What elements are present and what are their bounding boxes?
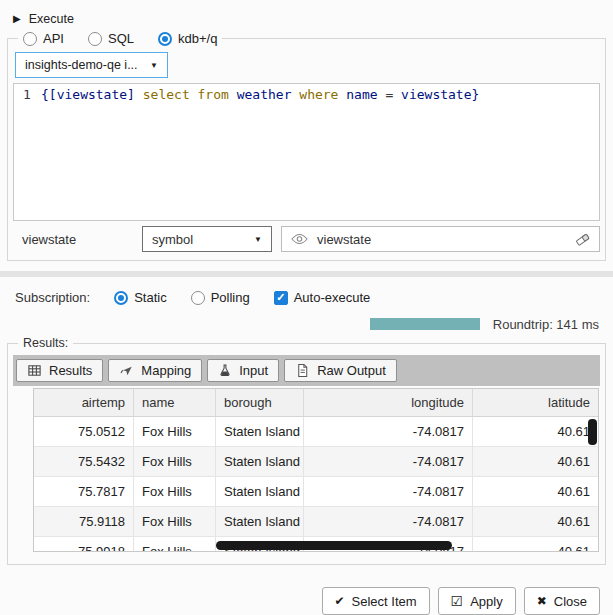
auto-execute-checkbox[interactable]: Auto-execute [274,290,371,305]
code-token: = [378,87,401,102]
cell-airtemp: 75.9118 [34,507,134,536]
cell-borough: Staten Island [216,477,304,506]
code-token: viewstate} [401,87,479,102]
query-group: API SQL kdb+/q insights-demo-qe i... ▼ 1… [7,31,606,261]
radio-api-label: API [43,31,64,46]
footer-buttons: ✔ Select Item ☑ Apply ✖ Close [0,587,600,615]
cell-airtemp: 75.9918 [34,537,134,552]
tab-input-label: Input [239,363,268,378]
document-icon [295,363,310,378]
results-group: Results: Results Mapping Input [7,336,606,565]
tab-results-label: Results [49,363,92,378]
execute-header[interactable]: ▶ Execute [0,0,613,27]
radio-api[interactable]: API [23,31,64,46]
horizontal-scrollbar[interactable] [216,541,452,550]
cell-latitude: 40.61 [473,417,598,446]
cell-borough: Staten Island [216,507,304,536]
vertical-scrollbar[interactable] [588,419,597,445]
cell-name: Fox Hills [134,537,216,552]
connection-dropdown[interactable]: insights-demo-qe i... ▼ [15,52,168,78]
cell-latitude: 40.61 [473,507,598,536]
cell-latitude: 40.61 [473,447,598,476]
radio-kdbq-icon [158,32,172,46]
tab-mapping[interactable]: Mapping [108,359,202,382]
code-token [135,87,143,102]
code-editor[interactable]: 1 {[viewstate] select from weather where… [13,83,600,221]
chevron-down-icon: ▼ [150,61,158,70]
close-button[interactable]: ✖ Close [524,587,600,615]
param-value-input[interactable]: viewstate [281,226,600,252]
execute-label: Execute [29,12,74,26]
radio-sql-icon [88,32,102,46]
cell-longitude: -74.0817 [304,507,473,536]
code-token: {[viewstate] [41,87,135,102]
cell-borough: Staten Island [216,447,304,476]
apply-button[interactable]: ☑ Apply [438,587,516,615]
param-name-label: viewstate [13,232,142,247]
flask-icon [218,363,232,378]
cell-latitude: 40.61 [473,537,598,552]
column-header-airtemp[interactable]: airtemp [34,389,134,416]
close-icon: ✖ [537,595,547,607]
column-header-borough[interactable]: borough [216,389,304,416]
radio-static-icon [114,291,128,305]
mapping-icon [119,363,134,378]
code-token: name [346,87,377,102]
checkbox-icon [274,291,288,305]
column-header-latitude[interactable]: latitude [473,389,598,416]
param-type-select[interactable]: symbol ▼ [142,226,272,252]
code-token: select [143,87,190,102]
results-table: airtemp name borough longitude latitude … [33,388,599,552]
tab-results[interactable]: Results [16,359,103,382]
cell-longitude: -74.0817 [304,447,473,476]
play-icon: ▶ [13,14,21,24]
table-row[interactable]: 75.5432 Fox Hills Staten Island -74.0817… [34,447,598,477]
radio-sql[interactable]: SQL [88,31,134,46]
tab-mapping-label: Mapping [141,363,191,378]
cell-airtemp: 75.5432 [34,447,134,476]
radio-polling-icon [191,291,205,305]
radio-kdbq[interactable]: kdb+/q [158,31,217,46]
chevron-down-icon: ▼ [254,235,262,244]
code-token [229,87,237,102]
radio-static[interactable]: Static [114,290,167,305]
param-row: viewstate symbol ▼ viewstate [13,226,600,252]
apply-label: Apply [470,594,503,609]
tab-raw-output[interactable]: Raw Output [284,359,397,382]
code-token [190,87,198,102]
apply-checkbox-icon: ☑ [451,594,464,608]
check-icon: ✔ [335,595,345,607]
column-header-name[interactable]: name [134,389,216,416]
select-item-label: Select Item [352,594,417,609]
column-header-longitude[interactable]: longitude [304,389,473,416]
table-row[interactable]: 75.7817 Fox Hills Staten Island -74.0817… [34,477,598,507]
code-token: from [198,87,229,102]
cell-name: Fox Hills [134,507,216,536]
radio-static-label: Static [134,290,167,305]
table-row[interactable]: 75.0512 Fox Hills Staten Island -74.0817… [34,417,598,447]
radio-polling-label: Polling [211,290,250,305]
eraser-icon[interactable] [575,232,590,247]
code-token [338,87,346,102]
code-token [291,87,299,102]
cell-name: Fox Hills [134,477,216,506]
auto-execute-label: Auto-execute [294,290,371,305]
code-line: 1 {[viewstate] select from weather where… [14,87,599,102]
table-header-row: airtemp name borough longitude latitude [34,389,598,417]
radio-polling[interactable]: Polling [191,290,250,305]
select-item-button[interactable]: ✔ Select Item [322,587,430,615]
table-row[interactable]: 75.9118 Fox Hills Staten Island -74.0817… [34,507,598,537]
results-legend: Results: [18,336,73,350]
close-label: Close [554,594,587,609]
param-type-value: symbol [152,232,193,247]
query-mode-group: API SQL kdb+/q [18,31,222,46]
results-tabstrip: Results Mapping Input Raw Output [13,355,600,386]
tab-input[interactable]: Input [207,359,279,382]
code-token: weather [237,87,292,102]
table-icon [27,363,42,378]
connection-dropdown-value: insights-demo-qe i... [25,58,138,72]
cell-name: Fox Hills [134,417,216,446]
radio-kdbq-label: kdb+/q [178,31,217,46]
cell-airtemp: 75.0512 [34,417,134,446]
eye-icon[interactable] [291,233,308,245]
